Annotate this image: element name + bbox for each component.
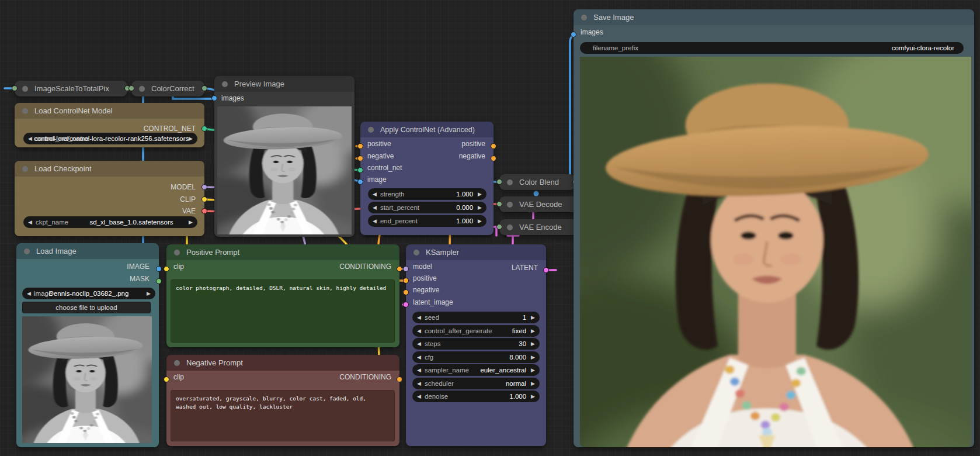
output-slot-conditioning[interactable] — [397, 266, 402, 272]
prev-arrow-icon[interactable]: ◀ — [373, 188, 377, 200]
end-percent-widget[interactable]: ◀ end_percent 1.000 ▶ — [368, 215, 486, 227]
collapse-toggle-icon[interactable] — [222, 81, 228, 87]
collapse-toggle-icon[interactable] — [174, 250, 180, 255]
input-slot-clip[interactable] — [164, 266, 169, 272]
prompt-textarea[interactable]: oversaturated, grayscale, blurry, color … — [171, 390, 395, 441]
collapse-toggle-icon[interactable] — [368, 127, 374, 133]
collapse-toggle-icon[interactable] — [22, 86, 28, 92]
prev-arrow-icon[interactable]: ◀ — [28, 216, 32, 228]
collapsed-input-slot[interactable] — [12, 85, 18, 91]
seed-widget[interactable]: ◀ seed 1 ▶ — [412, 312, 540, 323]
next-arrow-icon[interactable]: ▶ — [531, 364, 535, 376]
next-arrow-icon[interactable]: ▶ — [189, 133, 193, 144]
node-preview-image[interactable]: Preview Image images — [214, 76, 355, 237]
collapse-toggle-icon[interactable] — [22, 108, 28, 114]
input-slot-positive[interactable] — [357, 143, 363, 149]
collapse-toggle-icon[interactable] — [507, 202, 513, 208]
input-slot-image[interactable] — [357, 179, 363, 185]
collapse-toggle-icon[interactable] — [139, 86, 145, 92]
prev-arrow-icon[interactable]: ◀ — [417, 338, 421, 350]
node-vae-decode[interactable]: VAE Decode — [499, 196, 581, 212]
controlnet-name-widget[interactable]: ◀ control_net_name control-lora/control-… — [23, 133, 197, 144]
next-arrow-icon[interactable]: ▶ — [189, 216, 193, 228]
output-slot-model[interactable] — [201, 184, 207, 190]
cfg-widget[interactable]: ◀ cfg 8.000 ▶ — [412, 351, 540, 363]
collapse-toggle-icon[interactable] — [581, 15, 587, 20]
input-slot-positive[interactable] — [403, 278, 409, 284]
node-ksampler[interactable]: KSampler model positive negative latent_… — [406, 244, 546, 446]
collapse-toggle-icon[interactable] — [507, 179, 513, 185]
output-slot-clip[interactable] — [201, 196, 207, 202]
collapsed-input-slot[interactable] — [496, 179, 502, 185]
output-slot-conditioning[interactable] — [397, 376, 402, 382]
node-graph-canvas[interactable]: ImageScaleToTotalPix ColorCorrect Load C… — [0, 0, 980, 456]
next-arrow-icon[interactable]: ▶ — [478, 202, 482, 213]
node-color-correct[interactable]: ColorCorrect — [131, 81, 204, 96]
node-color-blend[interactable]: Color Blend — [499, 174, 575, 190]
output-slot-mask[interactable] — [156, 278, 162, 284]
node-load-checkpoint[interactable]: Load Checkpoint MODEL CLIP VAE ◀ ckpt_na… — [15, 161, 204, 236]
node-image-scale-to-total-pix[interactable]: ImageScaleToTotalPix — [15, 81, 127, 96]
filename-prefix-widget[interactable]: filename_prefix comfyui-clora-recolor — [580, 42, 964, 54]
node-negative-prompt[interactable]: Negative Prompt clip CONDITIONING oversa… — [166, 355, 399, 446]
next-arrow-icon[interactable]: ▶ — [531, 338, 535, 350]
prev-arrow-icon[interactable]: ◀ — [417, 364, 421, 376]
node-load-controlnet-model[interactable]: Load ControlNet Model CONTROL_NET ◀ cont… — [15, 103, 204, 147]
output-slot-image[interactable] — [156, 266, 162, 272]
next-arrow-icon[interactable]: ▶ — [147, 288, 151, 299]
input-slot-latent-image[interactable] — [403, 302, 409, 308]
node-load-image[interactable]: Load Image IMAGE MASK ◀ image Dennis-noc… — [16, 243, 159, 447]
input-slot-images[interactable] — [571, 32, 576, 37]
output-slot-negative[interactable] — [491, 156, 496, 161]
collapse-toggle-icon[interactable] — [24, 248, 30, 254]
ckpt-name-widget[interactable]: ◀ ckpt_name sd_xl_base_1.0.safetensors ▶ — [23, 216, 197, 228]
input-slot-model[interactable] — [403, 266, 409, 272]
input-slot-negative[interactable] — [403, 289, 409, 295]
next-arrow-icon[interactable]: ▶ — [478, 215, 482, 227]
input-slot-control-net[interactable] — [357, 167, 363, 173]
collapse-toggle-icon[interactable] — [22, 166, 28, 172]
node-apply-controlnet-advanced[interactable]: Apply ControlNet (Advanced) positive neg… — [360, 122, 494, 235]
input-slot-negative[interactable] — [357, 156, 363, 161]
prev-arrow-icon[interactable]: ◀ — [373, 215, 377, 227]
start-percent-widget[interactable]: ◀ start_percent 0.000 ▶ — [368, 202, 486, 213]
prev-arrow-icon[interactable]: ◀ — [417, 391, 421, 402]
image-file-widget[interactable]: ◀ image Dennis-noclip_03682_.png ▶ — [22, 288, 155, 299]
link-midpoint-dot[interactable] — [534, 191, 539, 196]
prev-arrow-icon[interactable]: ◀ — [27, 288, 31, 299]
collapse-toggle-icon[interactable] — [174, 360, 180, 366]
prev-arrow-icon[interactable]: ◀ — [417, 351, 421, 363]
collapse-toggle-icon[interactable] — [413, 250, 419, 255]
node-vae-encode[interactable]: VAE Encode — [499, 219, 582, 235]
strength-widget[interactable]: ◀ strength 1.000 ▶ — [368, 188, 486, 200]
collapsed-output-slot[interactable] — [201, 85, 207, 91]
prompt-textarea[interactable]: color photograph, detailed, DSLR, natura… — [171, 279, 395, 343]
prev-arrow-icon[interactable]: ◀ — [417, 312, 421, 323]
prev-arrow-icon[interactable]: ◀ — [417, 378, 421, 389]
sampler-name-widget[interactable]: ◀ sampler_name euler_ancestral ▶ — [412, 364, 540, 376]
input-slot-images[interactable] — [211, 95, 217, 101]
denoise-widget[interactable]: ◀ denoise 1.000 ▶ — [412, 391, 540, 402]
output-slot-vae[interactable] — [201, 208, 207, 214]
next-arrow-icon[interactable]: ▶ — [531, 378, 535, 389]
steps-widget[interactable]: ◀ steps 30 ▶ — [412, 338, 540, 350]
prev-arrow-icon[interactable]: ◀ — [417, 325, 421, 337]
prev-arrow-icon[interactable]: ◀ — [28, 133, 32, 144]
input-slot-clip[interactable] — [164, 376, 169, 382]
output-slot-control-net[interactable] — [201, 126, 207, 132]
output-slot-positive[interactable] — [491, 143, 496, 149]
collapse-toggle-icon[interactable] — [507, 224, 513, 230]
scheduler-widget[interactable]: ◀ scheduler normal ▶ — [412, 378, 540, 389]
next-arrow-icon[interactable]: ▶ — [531, 351, 535, 363]
output-slot-latent[interactable] — [543, 267, 549, 273]
next-arrow-icon[interactable]: ▶ — [531, 312, 535, 323]
collapsed-input-slot[interactable] — [496, 224, 502, 230]
node-positive-prompt[interactable]: Positive Prompt clip CONDITIONING color … — [166, 244, 399, 347]
prev-arrow-icon[interactable]: ◀ — [373, 202, 377, 213]
next-arrow-icon[interactable]: ▶ — [478, 188, 482, 200]
control-after-generate-widget[interactable]: ◀ control_after_generate fixed ▶ — [412, 325, 540, 337]
next-arrow-icon[interactable]: ▶ — [531, 325, 535, 337]
choose-file-button[interactable]: choose file to upload — [22, 302, 151, 313]
collapsed-input-slot[interactable] — [128, 85, 134, 91]
node-save-image[interactable]: Save Image images filename_prefix comfyu… — [574, 9, 974, 447]
